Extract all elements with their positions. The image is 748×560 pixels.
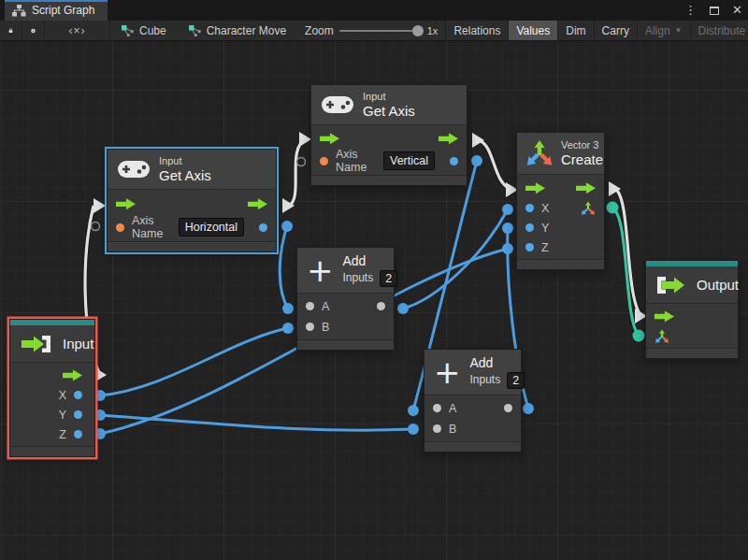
node-header: Input Get Axis bbox=[108, 150, 276, 190]
node-input-event[interactable]: Input X Y Z bbox=[9, 319, 95, 457]
port-label: B bbox=[449, 423, 456, 436]
breadcrumb-label: Cube bbox=[139, 24, 166, 37]
unconnected-port-ring bbox=[92, 223, 100, 231]
wire-add1-sum-to-vector3-x[interactable] bbox=[403, 209, 508, 309]
node-vector3-create[interactable]: Vector 3 Create X bbox=[516, 132, 605, 270]
toggle-values[interactable]: Values bbox=[508, 21, 557, 40]
float-port-dot[interactable] bbox=[525, 204, 534, 212]
port-label: B bbox=[322, 321, 329, 334]
node-category: Input bbox=[363, 90, 415, 103]
zoom-slider[interactable] bbox=[339, 30, 422, 32]
port-row-b: B bbox=[297, 317, 394, 337]
node-title: Output bbox=[697, 277, 739, 294]
port-label: A bbox=[322, 300, 329, 313]
output-port-dot[interactable] bbox=[377, 302, 385, 310]
node-footer bbox=[297, 339, 394, 350]
inputs-label: Inputs bbox=[343, 271, 374, 286]
float-port-dot[interactable] bbox=[74, 391, 82, 399]
toggle-dim[interactable]: Dim bbox=[557, 21, 593, 40]
node-add-2[interactable]: + Add Inputs 2 A B bbox=[424, 349, 522, 452]
unity-script-graph-window: Script Graph ⋮ ✕ ‹×› bbox=[0, 0, 748, 560]
breadcrumb-character-move[interactable]: Character Move bbox=[178, 21, 297, 40]
inputs-count-field[interactable]: 2 bbox=[380, 270, 397, 287]
float-port-dot[interactable] bbox=[450, 157, 458, 165]
port-label: Z bbox=[59, 428, 66, 441]
graph-asset-icon bbox=[189, 25, 201, 36]
vector3-input-port-icon[interactable] bbox=[654, 329, 669, 344]
float-port-dot[interactable] bbox=[74, 410, 82, 419]
output-port-dot[interactable] bbox=[504, 404, 512, 412]
flow-in-arrow-icon[interactable] bbox=[320, 133, 339, 144]
code-view-button[interactable]: ‹×› bbox=[45, 21, 110, 40]
node-title: Create bbox=[561, 151, 603, 168]
node-output-event[interactable]: Output bbox=[645, 260, 739, 359]
axis-name-field[interactable]: Horizontal bbox=[179, 218, 244, 237]
input-port-dot[interactable] bbox=[306, 323, 314, 331]
input-port-dot[interactable] bbox=[433, 404, 441, 412]
string-port-dot[interactable] bbox=[116, 223, 124, 232]
float-port-dot[interactable] bbox=[525, 243, 534, 251]
lock-button[interactable] bbox=[0, 21, 22, 40]
float-port-dot[interactable] bbox=[259, 223, 267, 232]
code-view-icon: ‹×› bbox=[69, 24, 86, 37]
wire-input-y-to-add2-b[interactable] bbox=[100, 415, 413, 430]
window-controls: ⋮ ✕ bbox=[684, 0, 742, 21]
tab-script-graph[interactable]: Script Graph bbox=[5, 0, 108, 21]
lock-icon bbox=[8, 24, 13, 36]
flow-in-arrow-icon[interactable] bbox=[525, 182, 545, 194]
input-port-dot[interactable] bbox=[306, 302, 314, 310]
axis-name-field[interactable]: Vertical bbox=[383, 151, 435, 170]
node-footer bbox=[311, 175, 467, 185]
node-footer bbox=[10, 446, 94, 456]
toggle-carry[interactable]: Carry bbox=[594, 21, 637, 40]
flow-in-arrow-icon[interactable] bbox=[654, 311, 674, 323]
node-get-axis-horizontal[interactable]: Input Get Axis Axis Name Horizontal bbox=[107, 149, 277, 252]
vector3-icon bbox=[525, 139, 554, 167]
node-header: Input bbox=[10, 325, 94, 363]
param-label: Axis Name bbox=[336, 148, 376, 174]
float-port-dot[interactable] bbox=[525, 223, 534, 232]
tab-title: Script Graph bbox=[32, 4, 94, 17]
flow-in-arrow-icon[interactable] bbox=[116, 198, 136, 209]
zoom-label: Zoom bbox=[305, 24, 334, 37]
zoom-slider-handle[interactable] bbox=[412, 25, 424, 36]
flow-row bbox=[108, 193, 276, 215]
vector3-value-row bbox=[646, 326, 738, 346]
node-get-axis-vertical[interactable]: Input Get Axis Axis Name Vertical bbox=[310, 84, 468, 186]
flow-row bbox=[517, 178, 604, 198]
node-add-1[interactable]: + Add Inputs 2 A B bbox=[296, 247, 395, 351]
graph-toolbar: ‹×› Cube Character Move Zoom bbox=[0, 21, 748, 41]
flow-out-arrow-icon[interactable] bbox=[439, 133, 458, 144]
dropdown-distribute[interactable]: Distribute ▼ bbox=[690, 21, 748, 40]
close-icon[interactable]: ✕ bbox=[732, 0, 742, 21]
title-bar: Script Graph ⋮ ✕ bbox=[0, 0, 748, 21]
input-port-dot[interactable] bbox=[433, 424, 441, 433]
maximize-icon[interactable] bbox=[710, 7, 719, 15]
inputs-count-field[interactable]: 2 bbox=[507, 372, 525, 389]
node-category: Input bbox=[159, 154, 211, 167]
flow-out-arrow-icon[interactable] bbox=[576, 182, 596, 194]
node-title: Get Axis bbox=[363, 103, 415, 120]
dropdown-align[interactable]: Align ▼ bbox=[637, 21, 690, 40]
wire-horizontal-value-to-add1-a[interactable] bbox=[280, 226, 288, 309]
vector3-output-port-icon[interactable] bbox=[581, 201, 596, 216]
info-icon bbox=[31, 24, 36, 37]
float-port-dot[interactable] bbox=[74, 430, 82, 438]
info-button[interactable] bbox=[22, 21, 45, 40]
port-row-a: A bbox=[424, 398, 521, 419]
wire-input-x-to-add1-b[interactable] bbox=[100, 328, 288, 395]
string-port-dot[interactable] bbox=[320, 157, 328, 165]
toggle-relations[interactable]: Relations bbox=[445, 21, 508, 40]
flow-out-arrow-icon[interactable] bbox=[248, 198, 267, 209]
wire-getaxis-vertical-to-vector3-create[interactable] bbox=[479, 140, 512, 190]
port-row-z: Z bbox=[10, 424, 94, 444]
port-label: Y bbox=[59, 409, 66, 422]
flow-out-arrow-icon[interactable] bbox=[63, 370, 82, 381]
node-header: + Add Inputs 2 bbox=[424, 350, 521, 395]
event-output-icon bbox=[655, 275, 687, 295]
port-label: X bbox=[59, 389, 66, 402]
menu-icon[interactable]: ⋮ bbox=[684, 0, 697, 21]
graph-canvas[interactable]: Input Get Axis Axis Name Vertical bbox=[0, 41, 748, 560]
breadcrumb-cube[interactable]: Cube bbox=[110, 21, 178, 40]
node-footer bbox=[517, 259, 604, 269]
